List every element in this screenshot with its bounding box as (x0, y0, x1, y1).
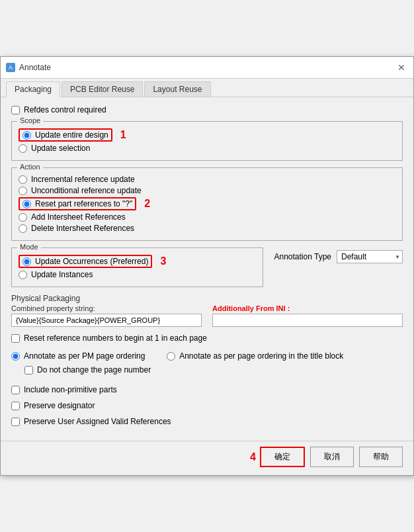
action-option-3: Add Intersheet References (19, 212, 395, 222)
mode-highlight-occurrences: Update Occurrences (Preferred) (19, 255, 152, 268)
mode-label-occurrences: Update Occurrences (Preferred) (35, 257, 148, 266)
scope-group: Scope Update entire design 1 Update sele… (11, 121, 403, 161)
cancel-button[interactable]: 取消 (310, 447, 354, 467)
action-radio-unconditional[interactable] (19, 187, 27, 195)
combined-property-container: Combined property string: (11, 304, 202, 327)
combined-property-input[interactable] (11, 314, 202, 327)
bottom-checkboxes: Reset reference numbers to begin at 1 in… (11, 333, 403, 426)
additionally-from-container: Additionally From INI : (212, 304, 403, 327)
scope-option-1: Update selection (19, 144, 395, 153)
scope-option-0: Update entire design 1 (19, 128, 395, 142)
action-option-2: Reset part references to "?" 2 (19, 197, 395, 210)
annotate-title-label: Annotate as per page ordering in the tit… (179, 351, 343, 361)
mode-radio-instances[interactable] (19, 271, 27, 279)
annotate-pm-label: Annotate as per PM page ordering (24, 351, 145, 361)
scope-label-entire: Update entire design (35, 130, 108, 140)
title-bar: A Annotate ✕ (1, 57, 413, 79)
annotation-type-label: Annotation Type (274, 252, 331, 261)
action-option-1: Unconditional reference update (19, 186, 395, 195)
window-title: Annotate (19, 63, 51, 72)
ini-input[interactable] (212, 314, 403, 327)
scope-radio-selection[interactable] (19, 144, 27, 153)
include-non-primitive-checkbox[interactable] (11, 386, 20, 394)
action-option-4: Delete Intersheet References (19, 224, 395, 233)
annotate-pm-radio[interactable] (11, 352, 20, 361)
close-button[interactable]: ✕ (395, 61, 408, 74)
action-radio-add-intersheet[interactable] (19, 213, 27, 222)
preserve-user-assigned-checkbox[interactable] (11, 418, 20, 426)
checkbox-include-non-primitive: Include non-primitive parts (11, 385, 403, 394)
mode-group: Mode Update Occurrences (Preferred) 3 Up… (11, 247, 263, 287)
tab-pcb-editor-reuse[interactable]: PCB Editor Reuse (62, 81, 143, 97)
step-1-label: 1 (120, 129, 126, 141)
action-radio-reset[interactable] (22, 200, 31, 208)
annotate-pm-row: Annotate as per PM page ordering (11, 351, 151, 361)
mode-option-1: Update Instances (19, 270, 256, 279)
mode-group-container: Mode Update Occurrences (Preferred) 3 Up… (11, 247, 263, 287)
annotate-title-radio[interactable] (167, 352, 175, 361)
do-not-change-checkbox[interactable] (24, 366, 33, 375)
mode-radio-occurrences[interactable] (22, 257, 31, 266)
annotation-type-select-wrapper: Default (337, 250, 403, 263)
scope-highlight-entire: Update entire design (19, 128, 112, 142)
physical-packaging-row: Combined property string: Additionally F… (11, 304, 403, 327)
preserve-designator-checkbox[interactable] (11, 402, 20, 410)
action-label-add-intersheet: Add Intersheet References (31, 212, 126, 222)
tab-packaging[interactable]: Packaging (6, 81, 60, 97)
dialog-content: Refdes control required Scope Update ent… (1, 97, 413, 441)
action-radio-delete-intersheet[interactable] (19, 224, 27, 233)
combined-property-label: Combined property string: (11, 304, 202, 312)
refdes-control-label: Refdes control required (24, 105, 106, 114)
annotate-dialog: A Annotate ✕ Packaging PCB Editor Reuse … (0, 56, 414, 476)
tab-bar: Packaging PCB Editor Reuse Layout Reuse (1, 79, 413, 97)
action-group-label: Action (17, 163, 43, 171)
refdes-control-row: Refdes control required (11, 105, 403, 114)
step-3-label: 3 (160, 255, 166, 267)
reset-reference-checkbox[interactable] (11, 334, 20, 343)
help-button[interactable]: 帮助 (359, 447, 403, 467)
reset-reference-label: Reset reference numbers to begin at 1 in… (24, 333, 207, 343)
annotation-type-container: Annotation Type Default (274, 250, 403, 263)
action-option-0: Incremental reference update (19, 175, 395, 184)
action-label-unconditional: Unconditional reference update (31, 186, 142, 195)
step-4-label: 4 (250, 451, 256, 463)
refdes-control-checkbox[interactable] (11, 106, 20, 114)
mode-group-label: Mode (17, 243, 41, 251)
scope-group-label: Scope (17, 116, 43, 124)
preserve-user-assigned-label: Preserve User Assigned Valid References (24, 417, 171, 426)
app-icon: A (6, 63, 15, 72)
checkbox-preserve-user-assigned: Preserve User Assigned Valid References (11, 417, 403, 426)
do-not-change-row: Do not change the page number (24, 365, 151, 375)
footer-buttons: 4 确定 取消 帮助 (1, 441, 413, 475)
title-bar-left: A Annotate (6, 63, 51, 72)
tab-layout-reuse[interactable]: Layout Reuse (144, 81, 210, 97)
ok-button-container: 4 确定 (246, 447, 305, 467)
do-not-change-label: Do not change the page number (37, 365, 151, 375)
ok-button[interactable]: 确定 (260, 447, 305, 467)
preserve-designator-label: Preserve designator (24, 401, 95, 410)
action-label-reset: Reset part references to "?" (35, 199, 132, 208)
annotate-ordering-row: Annotate as per PM page ordering Do not … (11, 349, 403, 381)
checkbox-reset-reference: Reset reference numbers to begin at 1 in… (11, 333, 403, 343)
mode-label-instances: Update Instances (31, 270, 93, 279)
scope-label-selection: Update selection (31, 144, 90, 153)
physical-packaging-section: Physical Packaging Combined property str… (11, 294, 403, 327)
physical-packaging-title: Physical Packaging (11, 294, 403, 303)
annotate-title-row: Annotate as per page ordering in the tit… (167, 351, 343, 361)
action-group: Action Incremental reference update Unco… (11, 167, 403, 241)
mode-annotation-row: Mode Update Occurrences (Preferred) 3 Up… (11, 247, 403, 287)
action-label-incremental: Incremental reference update (31, 175, 135, 184)
mode-option-0: Update Occurrences (Preferred) 3 (19, 255, 256, 268)
checkbox-preserve-designator: Preserve designator (11, 401, 403, 410)
annotation-type-select[interactable]: Default (337, 250, 403, 263)
additionally-from-label: Additionally From INI : (212, 304, 403, 312)
action-radio-incremental[interactable] (19, 175, 27, 184)
step-2-label: 2 (144, 198, 150, 210)
include-non-primitive-label: Include non-primitive parts (24, 385, 117, 394)
scope-radio-entire[interactable] (22, 131, 31, 140)
action-highlight-reset: Reset part references to "?" (19, 197, 136, 210)
action-label-delete-intersheet: Delete Intersheet References (31, 224, 134, 233)
